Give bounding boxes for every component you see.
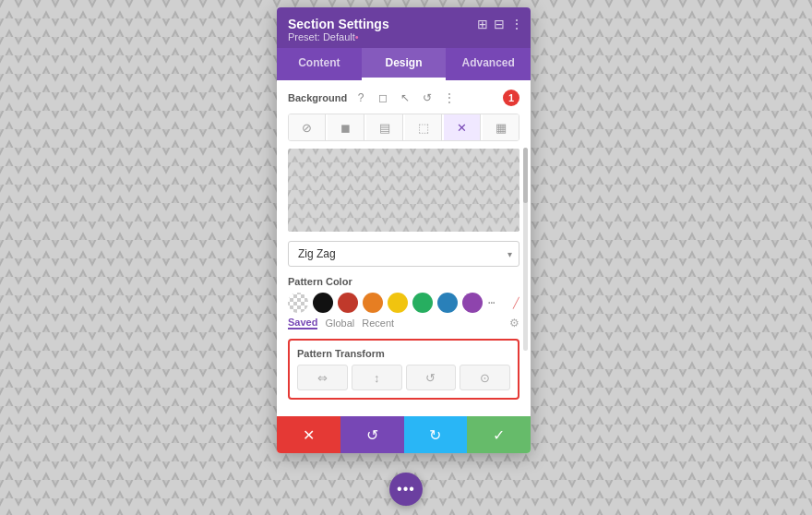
type-none-btn[interactable]: ⊘: [289, 114, 326, 140]
section-settings-panel: Section Settings Preset: Default• ⊞ ⊟ ⋮ …: [277, 7, 531, 453]
background-label: Background: [288, 92, 347, 103]
cancel-button[interactable]: ✕: [277, 416, 340, 453]
panel-body: Background ? ◻ ↖ ↺ ⋮ 1 ⊘ ◼ ▤ ⬚ ✕ ▦: [277, 80, 531, 416]
cursor-icon[interactable]: ↖: [397, 90, 413, 106]
panel-footer: ✕ ↺ ↻ ✓: [277, 416, 531, 453]
flip-horizontal-btn[interactable]: ⇔: [297, 365, 348, 390]
more-options-icon[interactable]: ⋮: [510, 17, 523, 31]
tab-advanced[interactable]: Advanced: [446, 48, 531, 80]
color-tab-global[interactable]: Global: [325, 317, 354, 329]
tab-design[interactable]: Design: [362, 48, 447, 80]
color-swatches: ··· ╱: [288, 293, 519, 313]
responsive-icon[interactable]: ⊞: [477, 17, 488, 31]
rotate-btn[interactable]: ↺: [406, 365, 457, 390]
color-swatch-darkred[interactable]: [338, 293, 358, 313]
color-swatch-orange[interactable]: [363, 293, 383, 313]
background-type-selector: ⊘ ◼ ▤ ⬚ ✕ ▦: [288, 114, 519, 141]
pattern-color-label: Pattern Color: [288, 276, 519, 287]
tab-content[interactable]: Content: [277, 48, 362, 80]
badge-1: 1: [503, 90, 519, 106]
svg-rect-3: [288, 149, 519, 232]
transform-icons: ⇔ ↕ ↺ ⊙: [297, 365, 510, 390]
panel-preset: Preset: Default•: [288, 31, 519, 42]
more-colors-icon[interactable]: ···: [487, 294, 494, 311]
save-bg-icon[interactable]: ◻: [375, 90, 391, 106]
more-bg-icon[interactable]: ⋮: [441, 90, 458, 106]
color-swatch-checker[interactable]: [288, 293, 308, 313]
pattern-select[interactable]: Zig Zag Dots Stripes Diamonds Checkerboa…: [288, 241, 519, 267]
custom-color-icon[interactable]: ╱: [513, 297, 519, 309]
flip-vertical-btn[interactable]: ↕: [352, 365, 402, 390]
color-swatch-blue[interactable]: [437, 293, 458, 313]
panel-header: Section Settings Preset: Default• ⊞ ⊟ ⋮: [277, 7, 531, 48]
color-swatch-purple[interactable]: [462, 293, 483, 313]
help-icon[interactable]: ?: [352, 90, 369, 106]
transform-label: Pattern Transform: [297, 348, 510, 359]
reset-transform-btn[interactable]: ⊙: [460, 365, 510, 390]
type-video-btn[interactable]: ▦: [483, 114, 519, 140]
pattern-select-row: Zig Zag Dots Stripes Diamonds Checkerboa…: [288, 241, 519, 267]
undo-button[interactable]: ↺: [340, 416, 404, 453]
float-dots-button[interactable]: •••: [389, 473, 423, 506]
color-swatch-green[interactable]: [412, 293, 433, 313]
type-image-btn[interactable]: ⬚: [405, 114, 442, 140]
panel-tabs: Content Design Advanced: [277, 48, 531, 80]
pattern-transform-section: Pattern Transform ⇔ ↕ ↺ ⊙: [288, 339, 519, 400]
pattern-preview: [288, 149, 519, 232]
scrollbar-track: [523, 148, 528, 351]
type-pattern-btn[interactable]: ✕: [444, 114, 481, 140]
type-gradient-btn[interactable]: ▤: [366, 114, 403, 140]
save-button[interactable]: ✓: [467, 416, 531, 453]
redo-button[interactable]: ↻: [404, 416, 468, 453]
type-color-btn[interactable]: ◼: [328, 114, 364, 140]
background-row: Background ? ◻ ↖ ↺ ⋮ 1: [288, 90, 519, 106]
scrollbar-thumb[interactable]: [523, 148, 528, 203]
color-tab-recent[interactable]: Recent: [362, 317, 394, 329]
color-tabs: Saved Global Recent ⚙: [288, 317, 519, 329]
gear-icon[interactable]: ⚙: [509, 317, 519, 329]
color-swatch-yellow[interactable]: [388, 293, 408, 313]
undo-bg-icon[interactable]: ↺: [419, 90, 436, 106]
color-tab-saved[interactable]: Saved: [288, 317, 317, 329]
settings-icon[interactable]: ⊟: [494, 17, 505, 31]
panel-header-actions: ⊞ ⊟ ⋮: [477, 17, 523, 31]
color-swatch-black[interactable]: [313, 293, 333, 313]
